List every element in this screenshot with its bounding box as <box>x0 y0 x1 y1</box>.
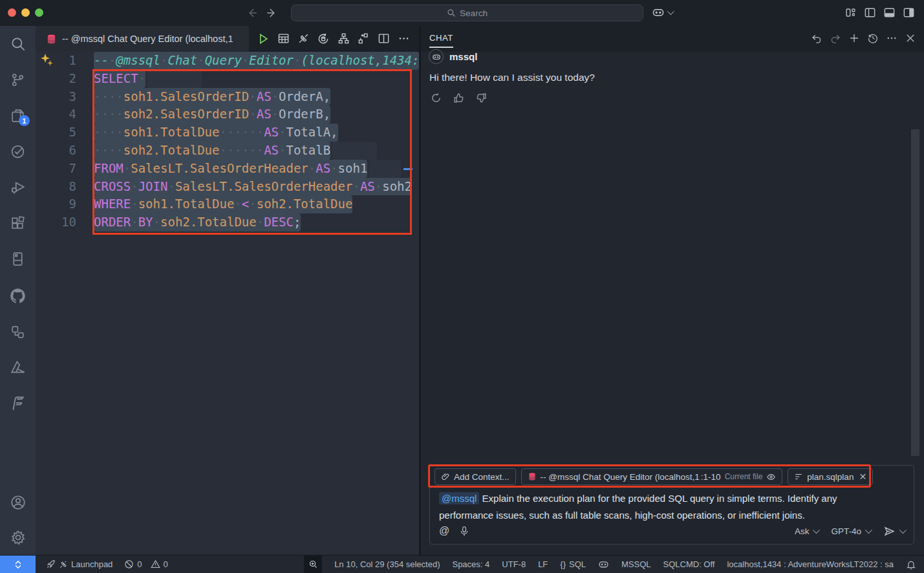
more-actions-icon[interactable] <box>396 32 411 46</box>
problems-item[interactable]: 0 0 <box>124 559 167 569</box>
chat-scrollbar[interactable] <box>911 129 919 456</box>
context-file-range: :1-10 <box>701 472 721 482</box>
database-file-icon <box>528 472 537 481</box>
context-file-pill[interactable]: -- @mssql Chat Query Editor (localhost,1… <box>521 468 783 485</box>
chat-more-actions-icon[interactable] <box>886 32 897 44</box>
add-context-button[interactable]: Add Context... <box>435 468 516 485</box>
sqlcmd-item[interactable]: SQLCMD: Off <box>663 559 715 569</box>
encoding-item[interactable]: UTF-8 <box>502 559 526 569</box>
notebooks-view-icon[interactable] <box>0 244 36 273</box>
search-view-icon[interactable] <box>0 30 36 58</box>
editor-toolbar <box>249 26 411 51</box>
extensions-view-icon[interactable] <box>0 209 36 237</box>
mssql-item[interactable]: MSSQL <box>621 559 651 569</box>
code-line[interactable]: 4····soh2.SalesOrderID·AS·OrderB, <box>36 105 419 124</box>
add-context-label: Add Context... <box>454 472 510 482</box>
copilot-menu-button[interactable] <box>652 6 672 19</box>
settings-gear-icon[interactable] <box>0 523 36 552</box>
new-chat-icon[interactable] <box>848 32 860 44</box>
remove-context-icon[interactable]: ✕ <box>859 471 866 482</box>
estimated-plan-icon[interactable] <box>336 32 350 46</box>
chat-tab[interactable]: CHAT <box>429 33 453 48</box>
line-number: 8 <box>36 178 76 196</box>
agent-name: mssql <box>449 51 477 62</box>
source-control-icon[interactable] <box>0 65 36 94</box>
accounts-icon[interactable] <box>0 488 36 517</box>
send-button[interactable] <box>883 525 905 537</box>
customize-layout-icon[interactable] <box>844 6 857 19</box>
line-number: 3 <box>36 88 76 106</box>
notifications-bell-icon[interactable] <box>906 559 916 570</box>
results-grid-icon[interactable] <box>276 32 290 46</box>
chevron-down-icon <box>865 526 872 534</box>
window-controls <box>8 8 43 17</box>
disconnect-icon[interactable] <box>296 32 310 46</box>
zoom-window-button[interactable] <box>35 8 43 17</box>
chat-input-container[interactable]: Add Context... -- @mssql Chat Query Edit… <box>429 465 914 545</box>
cursor-decoration <box>403 168 413 170</box>
code-editor[interactable]: 1--·@mssql·Chat·Query·Editor·(localhost,… <box>36 52 419 555</box>
redo-icon[interactable] <box>830 32 841 44</box>
chat-input-text[interactable]: @mssql Explain the execution plan for th… <box>439 490 892 524</box>
code-line[interactable]: 8CROSS·JOIN·SalesLT.SalesOrderHeader·AS·… <box>36 178 419 196</box>
testing-view-icon[interactable] <box>0 137 36 166</box>
fabric-view-icon[interactable] <box>0 389 36 418</box>
toggle-primary-sidebar-icon[interactable] <box>864 6 876 19</box>
containers-view-icon[interactable] <box>0 318 36 346</box>
github-icon[interactable] <box>0 281 36 310</box>
line-number: 7 <box>36 160 76 178</box>
language-label: SQL <box>569 559 586 569</box>
code-line[interactable]: 2SELECT· <box>36 70 419 88</box>
mode-picker[interactable]: Ask <box>795 526 819 536</box>
enable-actual-plan-icon[interactable] <box>356 32 371 46</box>
run-query-button[interactable] <box>256 32 270 46</box>
indentation-item[interactable]: Spaces: 4 <box>452 559 489 569</box>
code-line[interactable]: 1--·@mssql·Chat·Query·Editor·(localhost,… <box>36 52 419 70</box>
model-label: GPT-4o <box>831 526 861 536</box>
code-line[interactable]: 5····soh1.TotalDue······AS·TotalA, <box>36 124 419 142</box>
zoom-indicator[interactable] <box>304 556 322 573</box>
copilot-icon <box>652 6 665 19</box>
code-line[interactable]: 10ORDER·BY·soh2.TotalDue·DESC; <box>36 213 419 232</box>
azure-view-icon[interactable] <box>0 353 36 382</box>
close-window-button[interactable] <box>8 8 16 17</box>
toggle-panel-icon[interactable] <box>883 6 896 19</box>
split-editor-icon[interactable] <box>376 32 391 46</box>
minimize-window-button[interactable] <box>21 8 30 17</box>
eol-item[interactable]: LF <box>538 559 548 569</box>
mssql-agent-avatar <box>429 49 444 64</box>
retry-icon[interactable] <box>429 91 442 104</box>
errors-icon <box>124 559 134 569</box>
line-number: 4 <box>36 105 76 124</box>
editor-tab-label: -- @mssql Chat Query Editor (localhost,1 <box>62 34 233 44</box>
toggle-secondary-sidebar-icon[interactable] <box>903 6 915 19</box>
change-connection-icon[interactable] <box>316 32 330 46</box>
copilot-status-icon[interactable] <box>598 559 609 570</box>
launchpad-item[interactable]: Launchpad <box>46 559 113 569</box>
model-picker[interactable]: GPT-4o <box>831 526 870 536</box>
thumbs-up-icon[interactable] <box>452 91 465 104</box>
eye-icon[interactable] <box>766 472 776 482</box>
connection-item[interactable]: localhost,1434 : AdventureWorksLT2022 : … <box>727 559 894 569</box>
code-line[interactable]: 7FROM·SalesLT.SalesOrderHeader·AS·soh1 <box>36 160 419 178</box>
context-plan-pill[interactable]: plan.sqlplan ✕ <box>788 468 873 485</box>
code-line[interactable]: 3····soh1.SalesOrderID·AS·OrderA, <box>36 88 419 106</box>
close-chat-icon[interactable] <box>905 32 916 44</box>
code-line[interactable]: 6····soh2.TotalDue······AS·TotalB <box>36 142 419 160</box>
editor-tab[interactable]: -- @mssql Chat Query Editor (localhost,1 <box>36 26 249 52</box>
explorer-copy-icon[interactable]: 1 <box>0 101 36 129</box>
run-debug-icon[interactable] <box>0 173 36 201</box>
code-line[interactable]: 9WHERE·soh1.TotalDue·<·soh2.TotalDue <box>36 195 419 213</box>
navigate-back-icon[interactable] <box>244 5 260 21</box>
microphone-icon[interactable] <box>460 526 469 537</box>
cursor-position-item[interactable]: Ln 10, Col 29 (354 selected) <box>334 559 440 569</box>
navigate-forward-icon[interactable] <box>264 5 279 21</box>
command-center-search[interactable]: Search <box>291 5 643 21</box>
database-file-icon <box>46 34 57 45</box>
chat-history-icon[interactable] <box>867 32 879 44</box>
undo-icon[interactable] <box>811 32 822 44</box>
mention-icon[interactable]: @ <box>439 525 449 537</box>
remote-indicator[interactable] <box>0 556 36 573</box>
language-mode-item[interactable]: {} SQL <box>560 559 586 569</box>
thumbs-down-icon[interactable] <box>475 91 488 104</box>
